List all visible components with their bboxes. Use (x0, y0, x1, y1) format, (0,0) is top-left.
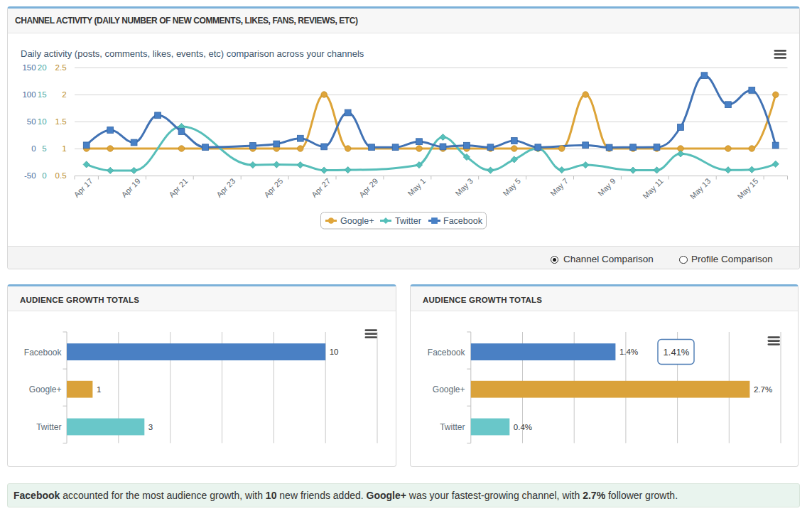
svg-text:Facebook: Facebook (443, 216, 483, 226)
svg-text:1: 1 (62, 144, 66, 153)
svg-text:Google+: Google+ (29, 385, 62, 394)
svg-text:Apr 21: Apr 21 (167, 176, 189, 198)
svg-text:Twitter: Twitter (395, 216, 421, 226)
svg-text:10: 10 (38, 117, 47, 126)
svg-text:5: 5 (42, 144, 46, 153)
svg-text:Apr 25: Apr 25 (262, 176, 284, 198)
svg-text:May 3: May 3 (453, 176, 475, 198)
svg-text:1.41%: 1.41% (664, 347, 690, 358)
svg-text:May 15: May 15 (736, 176, 760, 200)
svg-text:0: 0 (31, 144, 36, 153)
svg-text:Twitter: Twitter (36, 422, 61, 432)
svg-text:150: 150 (22, 63, 36, 72)
svg-text:Apr 27: Apr 27 (310, 176, 332, 198)
svg-text:Facebook: Facebook (24, 348, 63, 358)
svg-text:Google+: Google+ (340, 216, 374, 226)
svg-text:Apr 17: Apr 17 (72, 176, 94, 198)
svg-text:2.5: 2.5 (55, 63, 67, 72)
svg-text:-50: -50 (24, 171, 36, 180)
svg-text:Twitter: Twitter (440, 422, 465, 432)
svg-text:Google+: Google+ (433, 385, 465, 394)
svg-text:1: 1 (97, 385, 101, 394)
svg-text:May 9: May 9 (596, 176, 617, 198)
svg-text:1.5: 1.5 (55, 117, 67, 126)
svg-text:May 7: May 7 (548, 176, 570, 198)
svg-text:Apr 19: Apr 19 (119, 176, 141, 198)
svg-text:May 13: May 13 (688, 176, 713, 200)
svg-text:10: 10 (330, 348, 339, 356)
svg-text:May 1: May 1 (406, 176, 428, 198)
svg-text:2.7%: 2.7% (754, 385, 772, 394)
svg-text:May 5: May 5 (501, 176, 522, 198)
svg-text:Facebook: Facebook (428, 348, 466, 358)
svg-text:Apr 23: Apr 23 (215, 176, 237, 198)
svg-text:2: 2 (62, 90, 66, 99)
svg-text:50: 50 (27, 117, 36, 126)
svg-text:0.4%: 0.4% (514, 423, 532, 431)
svg-text:15: 15 (38, 90, 47, 99)
svg-text:Apr 29: Apr 29 (357, 176, 379, 198)
svg-text:100: 100 (22, 90, 36, 99)
svg-text:3: 3 (148, 423, 153, 431)
svg-text:20: 20 (38, 63, 47, 72)
svg-text:0.5: 0.5 (55, 171, 67, 180)
svg-text:0: 0 (42, 171, 46, 180)
svg-text:1.4%: 1.4% (619, 348, 638, 356)
svg-text:May 11: May 11 (641, 176, 664, 200)
